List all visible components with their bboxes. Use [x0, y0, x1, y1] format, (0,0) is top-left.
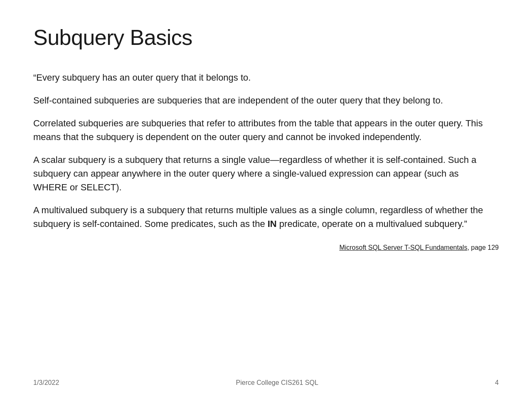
slide: Subquery Basics “Every subquery has an o… — [0, 0, 532, 399]
paragraph-1-text: “Every subquery has an outer query that … — [33, 72, 251, 83]
slide-title: Subquery Basics — [33, 25, 499, 50]
paragraph-1: “Every subquery has an outer query that … — [33, 71, 490, 84]
slide-footer: 1/3/2022 Pierce College CIS261 SQL 4 — [33, 379, 499, 387]
paragraph-5: A multivalued subquery is a subquery tha… — [33, 203, 490, 231]
footer-date: 1/3/2022 — [33, 379, 59, 387]
paragraph-4-text: A scalar subquery is a subquery that ret… — [33, 155, 476, 192]
footer-page: 4 — [495, 379, 499, 387]
paragraph-4: A scalar subquery is a subquery that ret… — [33, 153, 490, 194]
slide-content: “Every subquery has an outer query that … — [33, 71, 499, 374]
citation-suffix: , page 129 — [467, 244, 499, 251]
paragraph-2: Self-contained subqueries are subqueries… — [33, 94, 490, 107]
paragraph-5-text-after: predicate, operate on a multivalued subq… — [277, 219, 467, 229]
footer-course: Pierce College CIS261 SQL — [236, 379, 318, 387]
paragraph-2-text: Self-contained subqueries are subqueries… — [33, 95, 443, 106]
paragraph-3-text: Correlated subqueries are subqueries tha… — [33, 118, 483, 142]
citation-link: Microsoft SQL Server T-SQL Fundamentals — [339, 244, 467, 251]
paragraph-3: Correlated subqueries are subqueries tha… — [33, 116, 490, 144]
citation: Microsoft SQL Server T-SQL Fundamentals,… — [33, 244, 499, 251]
paragraph-5-bold: IN — [268, 219, 277, 229]
